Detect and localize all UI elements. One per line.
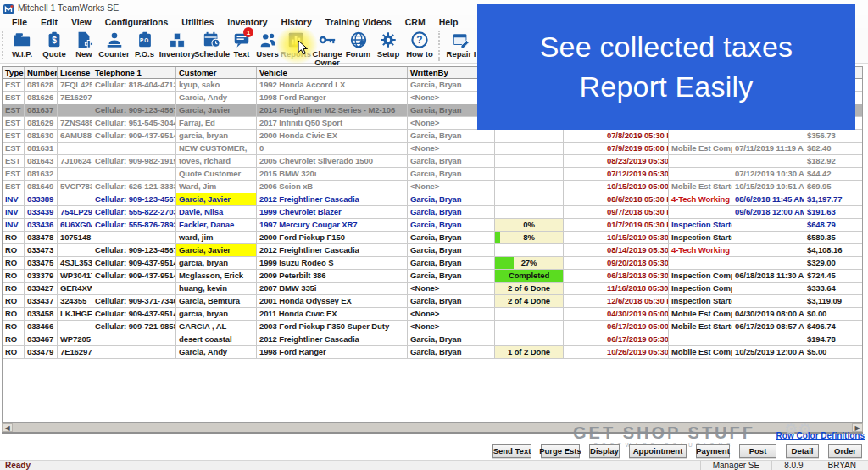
cell-completed (732, 257, 804, 269)
toolbar-item-change-owner[interactable]: Change Owner (311, 28, 343, 62)
cell-completed: 07/12/2019 10:30 AM ... (732, 168, 804, 180)
toolbar-item-text[interactable]: Text1 (229, 28, 254, 62)
action-button-order[interactable]: Order (828, 444, 862, 458)
table-row[interactable]: EST0816437J10624Cellular: 909-982-1919to… (3, 155, 862, 168)
scroll-left-arrow-icon[interactable]: ◀ (2, 423, 13, 432)
action-button-appointment[interactable]: Appointment (629, 444, 687, 458)
table-row[interactable]: RO033467WP7205desert coastal2012 Freight… (3, 333, 862, 346)
table-row[interactable]: RO033427GER4XWMhuang, kevin2007 BMW 335i… (3, 283, 862, 295)
action-button-purge-ests[interactable]: Purge Ests (541, 444, 580, 458)
cell-promised: 01/7/2019 05:30 PM (604, 219, 669, 231)
menu-item-file[interactable]: File (5, 17, 34, 27)
cell-spare (564, 321, 604, 333)
table-row[interactable]: INV033439754LP29Cellular: 555-822-2703Da… (3, 206, 862, 219)
menu-item-training-videos[interactable]: Training Videos (319, 17, 398, 27)
table-row[interactable]: RO0334754SJL353Cellular: 909-437-9514gar… (3, 257, 862, 270)
action-button-detail[interactable]: Detail (786, 444, 819, 458)
action-button-send-text[interactable]: Send Text (492, 444, 531, 458)
action-button-row: Send TextPurge EstsDisplayAppointmentPay… (492, 444, 862, 458)
toolbar-item-counter[interactable]: Counter (98, 28, 130, 62)
table-row[interactable]: INV033389Cellular: 909-123-4567Garcia, J… (3, 193, 862, 206)
table-row[interactable]: INV0334366U6XG04Cellular: 555-876-7892Fa… (3, 219, 862, 232)
table-row[interactable]: EST081631NEW CUSTOMER,0<None>07/9/2019 0… (3, 143, 862, 155)
toolbar-label: Quote (42, 50, 65, 59)
table-row[interactable]: RO033437324355Cellular: 909-371-7340Garc… (3, 295, 862, 308)
action-button-post[interactable]: Post (739, 444, 776, 458)
toolbar-label: Change Owner (311, 50, 343, 67)
toolbar-item-pos[interactable]: P.O.P.O.s (130, 28, 159, 62)
table-row[interactable]: RO033473Cellular: 909-123-4567Garcia, Ja… (3, 244, 862, 257)
table-row[interactable]: EST0816495VCP783Cellular: 626-121-3333Wa… (3, 181, 862, 193)
table-row[interactable]: RO0334797E16297Garcia, Andy1998 Ford Ran… (3, 346, 862, 359)
cell-completed (732, 155, 804, 167)
menu-item-edit[interactable]: Edit (34, 17, 64, 27)
cell-vehicle: 2012 Freightliner Cascadia (257, 333, 408, 345)
cell-license (58, 321, 92, 333)
cell-number: 081643 (25, 155, 58, 167)
menu-item-configurations[interactable]: Configurations (98, 17, 175, 27)
action-button-display[interactable]: Display (589, 444, 620, 458)
row-color-definitions-link[interactable]: Row Color Definitions (776, 431, 865, 440)
cell-customer: ward, jim (176, 232, 257, 243)
toolbar-item-schedule[interactable]: Schedule (195, 28, 229, 62)
cell-phone: Cellular: 555-822-2703 (92, 206, 176, 218)
toolbar-item-quote[interactable]: $Quote (39, 28, 70, 62)
table-row[interactable]: RO033466Cellular: 909-721-9858GARCIA , A… (3, 321, 862, 333)
cell-promised: 07/8/2019 05:30 PM (604, 130, 669, 142)
toolbar-item-new[interactable]: New (70, 28, 98, 62)
toolbar-item-users[interactable]: Users (254, 28, 281, 62)
cell-vehicle: 2005 Chevrolet Silverado 1500 (257, 155, 408, 167)
table-row[interactable]: EST081632Quote Customer2015 BMW 320iGarc… (3, 168, 862, 181)
cell-amount: $3,119.09 (804, 295, 862, 307)
horizontal-scrollbar[interactable]: ◀ ▶ (2, 423, 863, 434)
menu-item-view[interactable]: View (64, 17, 98, 27)
cell-completed (732, 219, 804, 231)
action-button-payment[interactable]: Payment (696, 444, 730, 458)
header-cell-customer[interactable]: Customer (176, 67, 257, 78)
cell-written_by: Garcia, Bryan (408, 168, 495, 180)
toolbar-item-wip[interactable]: W.I.P. (5, 28, 39, 62)
cell-phone: Cellular: 555-876-7892 (92, 219, 176, 231)
cell-promised: 09/7/2018 05:30 PM (604, 206, 669, 218)
table-row[interactable]: EST0816306AMU886Cellular: 909-437-9514ga… (3, 130, 862, 143)
cell-amount: $69.95 (804, 181, 862, 193)
users-icon (257, 31, 279, 49)
menu-item-crm[interactable]: CRM (398, 17, 432, 27)
cell-promised: 10/15/2019 05:30 PM (604, 232, 669, 243)
toolbar-item-forum[interactable]: Forum (343, 28, 373, 62)
table-row[interactable]: RO0334781075148ward, jim2000 Ford Pickup… (3, 232, 862, 244)
cell-spare (564, 168, 604, 180)
cell-customer: Quote Customer (176, 168, 257, 180)
menu-item-help[interactable]: Help (432, 17, 465, 27)
header-cell-vehicle[interactable]: Vehicle (257, 67, 408, 78)
cell-amount: $1,197.77 (804, 193, 862, 205)
cell-number: 081637 (25, 104, 58, 116)
cell-status: Inspection Comple... (669, 270, 732, 282)
table-row[interactable]: RO033379WP30417Cellular: 909-437-9514Mcg… (3, 270, 862, 283)
toolbar-item-setup[interactable]: Setup (373, 28, 403, 62)
scrollbar-track[interactable] (13, 423, 852, 432)
cell-vehicle: 2009 Peterbilt 386 (257, 270, 408, 282)
menu-item-utilities[interactable]: Utilities (175, 17, 220, 27)
menu-item-history[interactable]: History (275, 17, 319, 27)
table-row[interactable]: RO033458LKJHGFCellular: 909-437-9514garc… (3, 308, 862, 321)
cell-vehicle: 1998 Ford Ranger (257, 92, 408, 104)
cell-license (58, 244, 92, 256)
cell-status: Inspection Started (669, 219, 732, 231)
toolbar-item-repair[interactable]: Repair I (442, 28, 480, 62)
header-cell-type[interactable]: Type (3, 67, 25, 78)
cell-customer: garcia, bryan (176, 308, 257, 320)
header-cell-number[interactable]: Number (25, 67, 58, 78)
cell-number: 033439 (25, 206, 58, 218)
toolbar-item-howto[interactable]: ?How to (403, 28, 436, 62)
cell-completed (732, 333, 804, 345)
toolbar-item-reports[interactable]: Reports (281, 28, 311, 62)
header-cell-license[interactable]: License (58, 67, 92, 78)
menu-item-inventory[interactable]: Inventory (220, 17, 274, 27)
cell-phone: Cellular: 909-123-4567 (92, 193, 176, 205)
cell-license: WP7205 (58, 333, 92, 345)
cell-promised: 07/12/2019 05:30 PM (604, 168, 669, 180)
toolbar-item-inventory[interactable]: Inventory (159, 28, 195, 62)
cell-phone: Cellular: 626-121-3333 (92, 181, 176, 193)
header-cell-phone[interactable]: Telephone 1 (92, 67, 176, 78)
